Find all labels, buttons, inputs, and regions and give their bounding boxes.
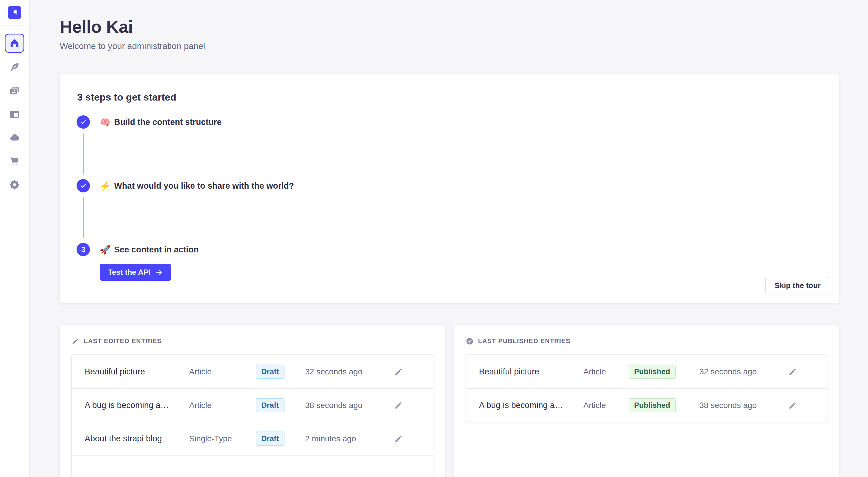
sidebar-item-home[interactable] [5, 34, 24, 53]
pencil-icon [788, 401, 797, 410]
entry-time: 32 seconds ago [305, 367, 394, 376]
pencil-icon [788, 367, 797, 376]
step-3-number-circle: 3 [76, 243, 90, 256]
entry-title: A bug is becoming a… [479, 401, 584, 410]
entry-title: About the strapi blog [85, 434, 189, 443]
entry-type: Single-Type [189, 434, 256, 443]
entry-title: Beautiful picture [479, 367, 584, 376]
sidebar-item-settings[interactable] [9, 179, 20, 190]
sidebar-nav [9, 62, 20, 203]
table-row[interactable]: About the strapi blog Single-Type Draft … [72, 422, 433, 455]
table-row[interactable]: Beautiful picture Article Published 32 s… [466, 355, 827, 388]
last-edited-entries-table: Beautiful picture Article Draft 32 secon… [71, 354, 433, 477]
table-row-partial [72, 455, 433, 477]
entry-time: 38 seconds ago [700, 401, 788, 410]
entry-type: Article [189, 401, 256, 410]
test-api-button-label: Test the API [108, 268, 151, 277]
sidebar-item-media-library[interactable] [9, 86, 20, 96]
edit-entry-button[interactable] [788, 367, 797, 376]
step-2-emoji: ⚡ [100, 181, 111, 191]
edit-entry-button[interactable] [394, 367, 403, 376]
logo-block [0, 0, 29, 26]
step-see-content-in-action: 3 🚀 See content in action Test the API [76, 243, 822, 281]
step-1-emoji: 🧠 [100, 117, 111, 127]
page-subtitle: Welcome to your administration panel [60, 41, 839, 51]
step-connector [83, 197, 84, 238]
table-row[interactable]: A bug is becoming a… Article Draft 38 se… [72, 388, 433, 422]
pencil-icon [394, 401, 403, 410]
settings-gear-icon [9, 179, 20, 190]
status-badge: Published [629, 398, 676, 412]
step-2-label: What would you like to share with the wo… [114, 181, 294, 191]
check-icon [80, 118, 87, 126]
step-2-check-circle [76, 179, 90, 193]
last-edited-entries-title: LAST EDITED ENTRIES [84, 337, 162, 345]
pencil-icon [71, 337, 79, 345]
page-title: Hello Kai [60, 17, 839, 37]
skip-tour-button[interactable]: Skip the tour [765, 277, 830, 295]
test-api-button[interactable]: Test the API [100, 264, 171, 281]
onboarding-title: 3 steps to get started [77, 92, 822, 103]
edit-entry-button[interactable] [394, 434, 403, 443]
last-published-entries-table: Beautiful picture Article Published 32 s… [466, 354, 828, 422]
media-library-icon [9, 86, 20, 96]
entry-title: Beautiful picture [85, 367, 189, 376]
main-content: Hello Kai Welcome to your administration… [30, 0, 868, 477]
step-1-check-circle [76, 115, 90, 129]
cloud-icon [9, 132, 20, 143]
sidebar-item-marketplace[interactable] [9, 156, 20, 166]
entry-type: Article [189, 367, 256, 376]
edit-entry-button[interactable] [394, 401, 403, 410]
step-share-with-world: ⚡ What would you like to share with the … [76, 179, 822, 243]
strapi-logo-icon [9, 7, 20, 18]
steps-list: 🧠 Build the content structure ⚡ What wou… [76, 115, 822, 281]
status-badge: Draft [256, 365, 284, 379]
widgets-row: LAST EDITED ENTRIES Beautiful picture Ar… [60, 325, 839, 477]
step-3-emoji: 🚀 [100, 245, 111, 255]
entry-time: 32 seconds ago [700, 367, 788, 376]
feather-icon [9, 62, 20, 72]
entry-title: A bug is becoming a… [85, 401, 189, 410]
pencil-icon [394, 367, 403, 376]
check-circle-icon [466, 337, 473, 345]
home-icon [9, 38, 20, 48]
last-published-entries-card: LAST PUBLISHED ENTRIES Beautiful picture… [454, 325, 839, 477]
last-edited-entries-card: LAST EDITED ENTRIES Beautiful picture Ar… [60, 325, 445, 477]
entry-type: Article [584, 367, 629, 376]
entry-type: Article [584, 401, 629, 410]
strapi-logo[interactable] [8, 6, 21, 19]
check-icon [80, 182, 87, 189]
onboarding-card: 3 steps to get started 🧠 Build the conte… [60, 74, 839, 303]
pencil-icon [394, 434, 403, 443]
sidebar [0, 0, 30, 477]
status-badge: Draft [256, 432, 284, 446]
step-connector [83, 133, 84, 174]
entry-time: 38 seconds ago [305, 401, 394, 410]
entry-time: 2 minutes ago [305, 434, 394, 443]
step-build-content-structure: 🧠 Build the content structure [76, 115, 822, 179]
content-manager-icon [9, 109, 20, 120]
sidebar-item-content-type-builder[interactable] [9, 62, 20, 72]
sidebar-item-content-manager[interactable] [9, 109, 20, 120]
arrow-right-icon [155, 268, 163, 276]
sidebar-item-cloud[interactable] [9, 132, 20, 143]
last-published-entries-title: LAST PUBLISHED ENTRIES [478, 337, 571, 345]
edit-entry-button[interactable] [788, 401, 797, 410]
step-3-label: See content in action [114, 245, 199, 254]
table-row[interactable]: Beautiful picture Article Draft 32 secon… [72, 355, 433, 388]
status-badge: Published [629, 365, 676, 379]
table-row[interactable]: A bug is becoming a… Article Published 3… [466, 388, 827, 422]
step-1-label: Build the content structure [114, 117, 222, 127]
status-badge: Draft [256, 398, 284, 412]
marketplace-cart-icon [9, 156, 20, 166]
